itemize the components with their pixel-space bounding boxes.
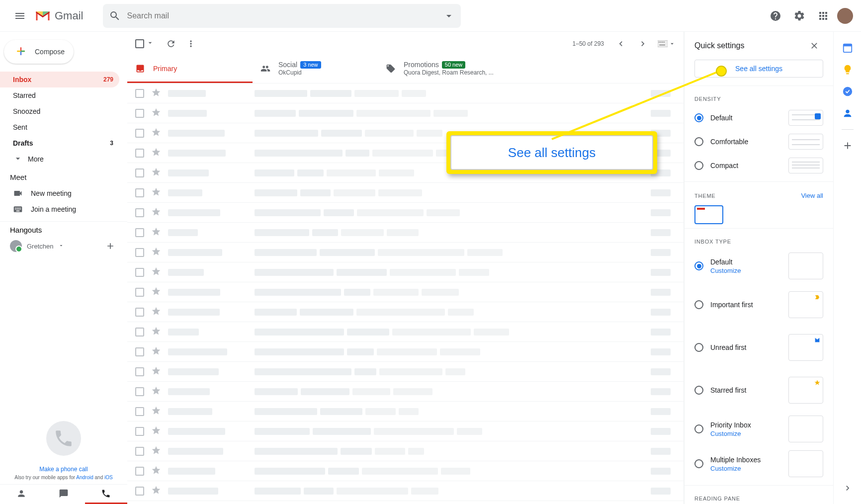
mail-star-button[interactable] xyxy=(151,187,161,199)
input-language-button[interactable] xyxy=(658,40,676,47)
side-calendar-button[interactable] xyxy=(838,38,858,58)
mail-checkbox[interactable] xyxy=(135,89,144,98)
mail-row[interactable] xyxy=(127,441,684,461)
mail-checkbox[interactable] xyxy=(135,467,144,476)
mail-checkbox[interactable] xyxy=(135,109,144,118)
mail-row[interactable] xyxy=(127,421,684,441)
nav-starred[interactable]: Starred xyxy=(0,87,119,103)
account-avatar[interactable] xyxy=(837,8,853,24)
mail-row[interactable] xyxy=(127,362,684,382)
mail-star-button[interactable] xyxy=(151,286,161,298)
mail-checkbox[interactable] xyxy=(135,129,144,138)
mail-star-button[interactable] xyxy=(151,227,161,239)
mail-row[interactable] xyxy=(127,84,684,103)
density-comfortable-option[interactable]: Comfortable xyxy=(685,130,833,154)
select-all-dropdown[interactable] xyxy=(146,39,154,49)
mail-star-button[interactable] xyxy=(151,346,161,358)
mail-star-button[interactable] xyxy=(151,247,161,258)
mail-star-button[interactable] xyxy=(151,326,161,338)
theme-thumbnail[interactable] xyxy=(694,205,723,224)
more-actions-button[interactable] xyxy=(181,34,201,54)
see-all-settings-button[interactable]: See all settings xyxy=(694,60,823,78)
mail-checkbox[interactable] xyxy=(135,308,144,317)
compose-button[interactable]: Compose xyxy=(4,40,74,64)
mail-row[interactable] xyxy=(127,223,684,243)
hangouts-header[interactable]: Hangouts xyxy=(0,224,127,236)
mail-checkbox[interactable] xyxy=(135,447,144,456)
mail-row[interactable] xyxy=(127,461,684,481)
inbox-default-option[interactable]: Default Customize xyxy=(685,249,833,283)
mail-row[interactable] xyxy=(127,243,684,262)
mail-row[interactable] xyxy=(127,402,684,421)
page-next-button[interactable] xyxy=(633,34,653,54)
mail-row[interactable] xyxy=(127,481,684,501)
mail-star-button[interactable] xyxy=(151,445,161,457)
apps-button[interactable] xyxy=(813,6,833,26)
support-button[interactable] xyxy=(766,6,785,26)
mail-row[interactable] xyxy=(127,302,684,322)
search-options-icon[interactable] xyxy=(443,10,455,22)
mail-star-button[interactable] xyxy=(151,127,161,139)
inbox-default-customize-link[interactable]: Customize xyxy=(710,267,788,274)
hangouts-tab-chat[interactable] xyxy=(42,485,85,504)
theme-view-all-link[interactable]: View all xyxy=(801,192,823,199)
mail-row[interactable] xyxy=(127,203,684,223)
make-phone-call-link[interactable]: Make a phone call xyxy=(39,466,87,473)
nav-drafts[interactable]: Drafts 3 xyxy=(0,135,119,151)
mail-star-button[interactable] xyxy=(151,425,161,437)
settings-button[interactable] xyxy=(789,6,809,26)
meet-join-meeting[interactable]: Join a meeting xyxy=(0,201,127,217)
tab-social[interactable]: Social3 new OkCupid xyxy=(253,56,378,83)
mail-checkbox[interactable] xyxy=(135,288,144,297)
side-tasks-button[interactable] xyxy=(838,82,858,101)
mail-row[interactable] xyxy=(127,183,684,203)
nav-inbox[interactable]: Inbox 279 xyxy=(0,72,119,87)
mail-checkbox[interactable] xyxy=(135,168,144,177)
mail-checkbox[interactable] xyxy=(135,188,144,197)
nav-more[interactable]: More xyxy=(0,151,119,167)
select-all-checkbox[interactable] xyxy=(135,39,144,48)
mail-checkbox[interactable] xyxy=(135,149,144,158)
tab-promotions[interactable]: Promotions50 new Quora Digest, Roam Rese… xyxy=(378,56,503,83)
ios-link[interactable]: iOS xyxy=(104,475,113,480)
mail-checkbox[interactable] xyxy=(135,347,144,356)
inbox-starred-option[interactable]: Starred first xyxy=(685,369,833,412)
mail-row[interactable] xyxy=(127,262,684,282)
mail-star-button[interactable] xyxy=(151,406,161,418)
hangouts-user-row[interactable]: Gretchen xyxy=(0,236,127,256)
inbox-priority-customize-link[interactable]: Customize xyxy=(710,430,788,437)
mail-star-button[interactable] xyxy=(151,87,161,99)
mail-checkbox[interactable] xyxy=(135,248,144,257)
mail-star-button[interactable] xyxy=(151,465,161,477)
density-compact-option[interactable]: Compact xyxy=(685,154,833,177)
mail-checkbox[interactable] xyxy=(135,387,144,396)
mail-star-button[interactable] xyxy=(151,167,161,179)
mail-row[interactable] xyxy=(127,103,684,123)
mail-checkbox[interactable] xyxy=(135,487,144,496)
mail-star-button[interactable] xyxy=(151,107,161,119)
android-link[interactable]: Android xyxy=(76,475,93,480)
side-collapse-button[interactable] xyxy=(838,478,858,498)
hangouts-tab-phone[interactable] xyxy=(85,485,127,504)
mail-star-button[interactable] xyxy=(151,306,161,318)
nav-sent[interactable]: Sent xyxy=(0,119,119,135)
close-quick-settings-button[interactable] xyxy=(805,37,823,55)
density-default-option[interactable]: Default xyxy=(685,106,833,130)
mail-checkbox[interactable] xyxy=(135,367,144,376)
mail-row[interactable] xyxy=(127,342,684,362)
inbox-important-option[interactable]: Important first xyxy=(685,283,833,326)
side-add-button[interactable] xyxy=(838,136,858,156)
hangouts-tab-contacts[interactable] xyxy=(0,485,42,504)
page-prev-button[interactable] xyxy=(611,34,631,54)
gmail-logo[interactable]: Gmail xyxy=(34,7,83,25)
mail-star-button[interactable] xyxy=(151,485,161,497)
mail-checkbox[interactable] xyxy=(135,208,144,217)
mail-checkbox[interactable] xyxy=(135,268,144,277)
search-bar[interactable] xyxy=(103,4,461,28)
mail-star-button[interactable] xyxy=(151,207,161,219)
mail-checkbox[interactable] xyxy=(135,407,144,416)
mail-checkbox[interactable] xyxy=(135,328,144,336)
mail-checkbox[interactable] xyxy=(135,228,144,237)
mail-star-button[interactable] xyxy=(151,386,161,398)
mail-row[interactable] xyxy=(127,382,684,402)
